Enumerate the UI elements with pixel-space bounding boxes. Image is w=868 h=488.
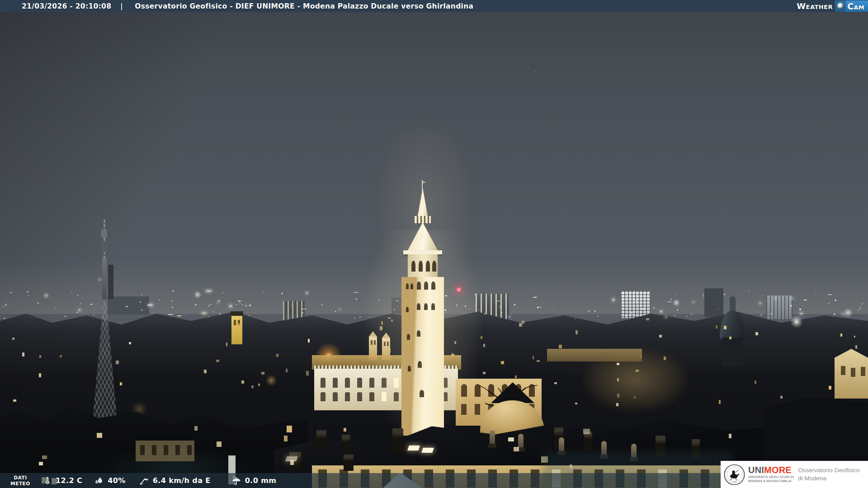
humidity-icon [94,476,104,486]
light-glow [131,401,147,417]
distant-light [10,292,11,293]
uni-text: UNI [748,465,764,475]
distant-light [249,305,251,306]
distant-light [239,300,240,302]
distant-light [465,305,466,307]
distant-light [65,316,66,317]
lit-window [724,326,726,329]
lit-window [22,352,24,357]
lit-church-facade [835,349,868,399]
distant-light [653,307,655,308]
facade-window [722,469,731,488]
lit-window [829,386,831,389]
mast-antenna-panel [101,230,107,238]
distant-light [38,302,39,304]
lit-window [251,385,254,388]
distant-light [539,307,541,308]
ghirlandina-tower [401,180,444,436]
lit-window [617,394,619,398]
facade-window [394,392,399,401]
lit-window [451,353,453,357]
thermometer-icon [43,476,52,486]
lit-window [258,384,260,385]
distant-light [770,313,772,314]
distant-light [790,305,792,306]
lit-window [570,465,572,469]
facade-window [382,378,387,388]
lit-window [646,318,649,320]
lit-skylight [421,448,434,453]
facade-window [443,392,448,401]
lit-window [729,434,732,438]
distant-light [553,310,554,311]
distant-light [219,313,220,314]
distant-light [248,315,249,315]
distant-light [469,309,470,309]
duomo-turret [369,337,377,360]
header-bar: 21/03/2026 - 20:10:08 | Osservatorio Geo… [0,0,868,12]
lit-window [13,399,16,402]
facade-window [446,469,454,488]
tower-flood-light-glow [363,230,482,442]
lit-window [450,369,452,373]
tower-octagonal-drum [408,254,438,277]
rain-icon [231,476,241,486]
wind-value: 6.4 km/h da E [153,476,211,485]
distant-building [476,294,509,320]
lit-window [729,337,731,339]
distant-light [2,306,4,308]
lit-skylight [407,446,420,450]
tower-window [420,390,424,397]
facade-window [345,392,350,401]
distant-light [195,304,197,305]
distant-light [236,304,237,305]
palazzo-facade-left [314,369,458,410]
distant-light [445,295,447,296]
tower-weathervane [423,181,426,183]
lit-window [308,339,310,343]
tower-window [432,261,436,272]
lit-window [414,399,415,401]
facade-window [502,384,508,397]
distant-light [263,291,264,292]
distant-light [703,294,704,296]
light-glow [315,343,342,370]
lit-window [415,397,419,399]
lit-window [381,321,383,325]
lit-window [306,371,308,375]
distant-light [177,315,182,316]
lit-window [636,370,639,372]
distant-light [408,309,410,310]
lit-window [97,433,102,438]
statue-pedestal [488,444,496,448]
distant-building [766,296,793,319]
temperature-reading: 12.2 C [43,476,82,486]
dati-meteo-label: DATI METEO [6,475,35,486]
facade-window [425,469,433,488]
lit-window [514,447,519,451]
lit-window [537,360,539,362]
distant-light [213,311,214,312]
distant-light [456,305,458,306]
facade-window [475,384,481,397]
distant-light [686,316,687,317]
lit-window [287,426,292,432]
lens-glyph [837,3,844,9]
lit-window [664,357,666,360]
statue-pedestal [630,457,638,461]
distant-light [677,310,678,310]
lit-window [238,324,240,326]
distant-light [598,300,599,300]
tower-window [408,366,411,371]
distant-light [140,301,141,303]
distant-light [55,308,56,309]
distant-light [281,293,283,294]
chimney [584,432,592,450]
lit-window [423,323,426,324]
tower-window [417,282,421,290]
timestamp: 21/03/2026 - 20:10:08 [22,2,111,10]
distant-light [665,317,666,318]
night-sky [0,0,868,488]
observatory-name: Osservatorio Geofisico di Modena [798,466,860,482]
distant-light [792,298,793,299]
